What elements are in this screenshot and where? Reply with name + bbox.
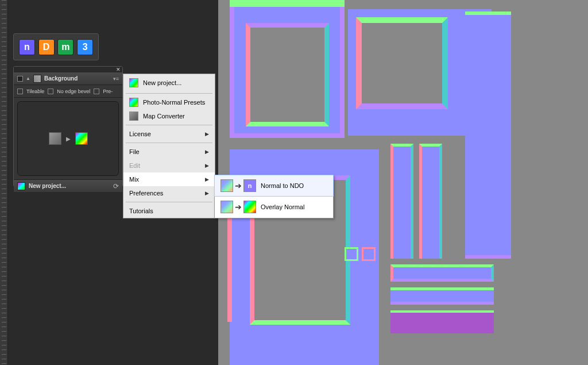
no-edge-bevel-label: No edge bevel: [57, 89, 90, 94]
menu-label: File: [129, 148, 140, 155]
menu-edit[interactable]: Edit ▶: [123, 159, 215, 172]
layer-panel-close-icon[interactable]: ✕: [116, 67, 121, 72]
menu-label: Photo-Normal Presets: [143, 99, 205, 106]
submenu-arrow-icon: ▶: [205, 149, 209, 155]
photo-normal-icon: [129, 98, 138, 107]
menu-label: Mix: [129, 176, 139, 183]
menu-photo-normal-presets[interactable]: Photo-Normal Presets: [123, 95, 215, 109]
menu-separator: [126, 143, 212, 143]
menu-label: Preferences: [129, 190, 163, 197]
overlay-thumb-icon: [243, 201, 256, 213]
map-converter-icon: [129, 112, 138, 121]
menu-label: License: [129, 130, 151, 137]
submenu-normal-to-ndo[interactable]: ➔ n Normal to NDO: [214, 175, 334, 197]
layer-options-row: Tileable No edge bevel Pre-: [14, 85, 122, 98]
submenu-label: Overlay Normal: [261, 203, 304, 210]
layer-row-background[interactable]: ▲ Background ▾≡: [14, 72, 122, 85]
submenu-label: Normal to NDO: [261, 182, 304, 189]
menu-label: Tutorials: [129, 208, 153, 214]
new-project-icon: [129, 78, 138, 87]
tool-m-button[interactable]: m: [57, 39, 74, 55]
menu-separator: [126, 93, 212, 94]
preview-source-thumb[interactable]: [49, 132, 61, 145]
layer-panel-header: ✕: [14, 67, 122, 72]
new-project-icon: [17, 182, 25, 190]
layer-expand-icon[interactable]: ▲: [26, 76, 30, 81]
menu-label: Map Converter: [143, 113, 185, 120]
tileable-checkbox[interactable]: [17, 89, 23, 94]
menu-separator: [126, 125, 212, 125]
menu-file[interactable]: File ▶: [123, 145, 215, 159]
submenu-arrow-icon: ▶: [205, 190, 209, 196]
pre-checkbox[interactable]: [94, 89, 99, 94]
submenu-overlay-normal[interactable]: ➔ Overlay Normal: [215, 196, 333, 218]
tool-ddo-button[interactable]: D: [38, 39, 55, 55]
menu-label: Edit: [129, 162, 140, 169]
normal-to-ndo-icon-group: ➔ n: [220, 179, 256, 192]
mix-submenu: ➔ n Normal to NDO ➔ Overlay Normal: [214, 175, 334, 218]
no-edge-bevel-checkbox[interactable]: [48, 89, 53, 94]
overlay-normal-icon-group: ➔: [220, 201, 256, 213]
menu-separator: [126, 202, 212, 202]
layer-name-label: Background: [44, 75, 78, 82]
tileable-label: Tileable: [26, 89, 44, 94]
tool-3do-button[interactable]: 3: [77, 39, 93, 55]
menu-label: New project...: [143, 79, 181, 86]
arrow-right-icon: ➔: [235, 202, 242, 212]
arrow-right-icon: ➔: [235, 181, 242, 190]
menu-preferences[interactable]: Preferences ▶: [123, 186, 215, 200]
submenu-arrow-icon: ▶: [205, 131, 209, 137]
vertical-ruler: [0, 0, 8, 365]
layer-visibility-checkbox[interactable]: [17, 76, 23, 82]
layer-panel: ✕ ▲ Background ▾≡ Tileable No edge bevel…: [13, 66, 123, 187]
menu-license[interactable]: License ▶: [123, 127, 215, 141]
new-project-row[interactable]: New project... ⟳: [14, 179, 122, 192]
normal-thumb-icon: [220, 179, 233, 192]
pre-label: Pre-: [103, 89, 113, 94]
new-project-label: New project...: [29, 183, 66, 189]
submenu-arrow-icon: ▶: [205, 176, 209, 182]
submenu-arrow-icon: ▶: [205, 163, 209, 168]
ndo-thumb-icon: n: [243, 179, 256, 192]
layer-thumbnail-icon: [33, 75, 41, 83]
app-toolbar: n D m 3: [13, 33, 99, 60]
layer-menu-button[interactable]: ▾≡: [113, 76, 119, 82]
preview-arrow-icon: ▶: [66, 136, 71, 142]
tool-ndo-button[interactable]: n: [19, 39, 35, 55]
menu-new-project[interactable]: New project...: [123, 74, 215, 91]
menu-mix[interactable]: Mix ▶: [123, 172, 215, 186]
preview-result-thumb[interactable]: [75, 132, 88, 145]
reload-icon[interactable]: ⟳: [113, 182, 119, 190]
context-menu: New project... Photo-Normal Presets Map …: [123, 74, 215, 218]
menu-map-converter[interactable]: Map Converter: [123, 109, 215, 123]
preview-area: ▶: [17, 101, 119, 176]
normal-thumb-icon: [220, 201, 233, 213]
menu-tutorials[interactable]: Tutorials: [123, 204, 215, 218]
